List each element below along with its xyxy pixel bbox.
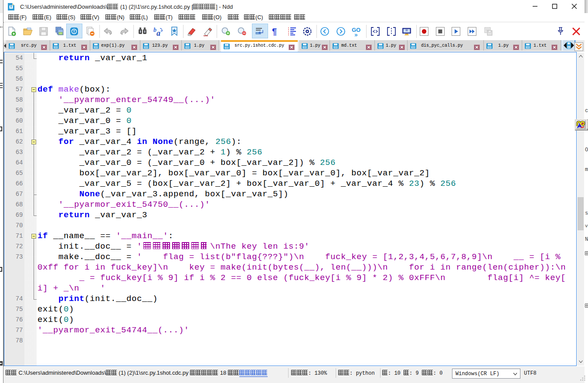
- svg-text:GO: GO: [352, 27, 360, 33]
- svg-text:b: b: [153, 27, 156, 33]
- svg-text:¶: ¶: [272, 27, 277, 36]
- svg-text:a: a: [156, 29, 160, 37]
